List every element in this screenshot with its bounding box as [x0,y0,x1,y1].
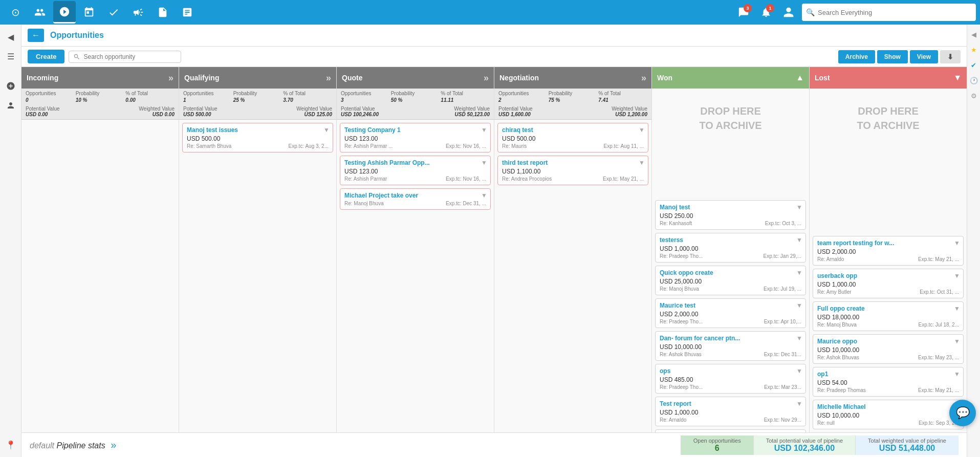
opportunities-nav-icon[interactable] [53,1,76,24]
global-search-box[interactable]: 🔍 [802,4,976,21]
show-button[interactable]: Show [877,50,908,63]
negotiation-cards: chiraq test USD 500.00 Re: Mauris Exp.tc… [494,120,651,432]
card-dan-forum[interactable]: Dan- forum for cancer ptn... USD 10,000.… [655,331,806,361]
message-badge: 3 [744,4,752,12]
card-michelle-michael[interactable]: Michelle Michael USD 10,000.00 Re: null … [813,400,964,429]
bottom-bar: default Pipeline stats » Open opportunit… [21,432,967,457]
card-testing-company-1[interactable]: Testing Company 1 USD 123.00 Re: Ashish … [340,123,491,153]
sidebar-back-icon[interactable]: ◀ [3,29,19,45]
view-button[interactable]: View [910,50,938,63]
opportunity-search-input[interactable] [83,53,177,60]
quote-expand-icon[interactable]: » [484,73,489,83]
incoming-expand-icon[interactable]: » [168,73,173,83]
opportunity-search-box[interactable] [69,51,181,63]
announcements-nav-icon[interactable] [127,1,149,24]
download-button[interactable]: ⬇ [940,50,961,63]
user-avatar[interactable] [779,3,798,21]
reports-nav-icon[interactable] [176,1,199,24]
right-sidebar-check-icon[interactable]: ✔ [968,59,979,71]
back-button[interactable]: ← [28,29,44,42]
card-chiraq-test[interactable]: chiraq test USD 500.00 Re: Mauris Exp.tc… [497,123,648,153]
global-search-input[interactable] [818,9,972,16]
card-arrow-icon: ▼ [796,269,802,276]
lost-drop-zone[interactable]: DROP HERETO ARCHIVE [810,89,967,233]
dashboard-nav-icon[interactable]: ⊙ [4,1,27,24]
qualifying-stats: Opportunities Probability % of Total 1 2… [179,89,336,105]
quote-stats: Opportunities Probability % of Total 3 5… [337,89,494,105]
card-test-report[interactable]: Test report USD 1,000.00 Re: Arnaldo Exp… [655,397,806,426]
card-arrow-icon: ▼ [481,159,487,166]
sidebar-location-icon[interactable]: 📍 [3,437,19,453]
col-title-lost: Lost [815,74,830,82]
create-button[interactable]: Create [28,50,64,63]
card-arrow-icon: ▼ [796,204,802,211]
left-sidebar: ◀ ☰ 📍 [0,25,21,457]
card-arrow-icon: ▼ [796,302,802,309]
sidebar-person-icon[interactable] [3,97,19,114]
toolbar: Create Archive Show View ⬇ [21,47,967,67]
card-manoj-test[interactable]: Manoj test USD 250.00 Re: Kanhasoft Exp.… [655,200,806,230]
kanban-col-qualifying: Qualifying » Opportunities Probability %… [179,67,337,432]
sidebar-add-icon[interactable] [3,78,19,94]
card-testerss[interactable]: testerss USD 1,000.00 Re: Pradeep Tho...… [655,233,806,263]
sidebar-menu-icon[interactable]: ☰ [3,48,19,64]
toolbar-right-buttons: Archive Show View ⬇ [838,50,961,63]
card-third-test-report[interactable]: third test report USD 1,100.00 Re: Andre… [497,156,648,185]
card-manoj-test-issues[interactable]: Manoj test issues USD 500.00 Re: Samarth… [182,123,333,153]
total-weighted-stat: Total weighted value of pipeline USD 51,… [855,436,959,455]
card-maurice-test[interactable]: Maurice test USD 2,000.00 Re: Pradeep Th… [655,298,806,328]
qualifying-cards: Manoj test issues USD 500.00 Re: Samarth… [179,120,336,432]
right-sidebar-settings-icon[interactable]: ⚙ [968,90,979,101]
col-header-quote: Quote » [337,67,494,89]
incoming-cards [21,120,179,432]
won-cards: Manoj test USD 250.00 Re: Kanhasoft Exp.… [652,197,809,432]
lost-drop-text: DROP HERETO ARCHIVE [857,104,919,133]
card-testing-ashish-parmar[interactable]: Testing Ashish Parmar Opp... USD 123.00 … [340,156,491,185]
won-drop-zone[interactable]: DROP HERETO ARCHIVE [652,89,809,197]
qualifying-expand-icon[interactable]: » [326,73,331,83]
card-arrow-icon: ▼ [796,335,802,342]
documents-nav-icon[interactable] [151,1,174,24]
bell-notification[interactable]: 1 [757,3,775,21]
col-header-won: Won ▲ [652,67,809,89]
col-title-incoming: Incoming [27,74,58,82]
col-title-won: Won [657,74,672,82]
card-ops[interactable]: ops USD 485.00 Re: Pradeep Tho... Exp.tc… [655,364,806,394]
pipeline-arrow-icon: » [111,439,116,450]
card-arrow-icon: ▼ [481,126,487,134]
card-team-report[interactable]: team report testing for w... USD 2,000.0… [813,236,964,266]
kanban-col-quote: Quote » Opportunities Probability % of T… [337,67,494,432]
col-header-negotiation: Negotiation » [494,67,651,89]
quote-cards: Testing Company 1 USD 123.00 Re: Ashish … [337,120,494,432]
right-sidebar-clock-icon[interactable]: 🕐 [968,75,979,86]
card-arrow-icon: ▼ [954,272,960,279]
card-maurice-oppo[interactable]: Maurice oppo USD 10,000.00 Re: Ashok Bhu… [813,334,964,364]
calendar-nav-icon[interactable] [78,1,100,24]
kanban-col-lost: Lost ▼ DROP HERETO ARCHIVE team report t… [810,67,967,432]
messages-notification[interactable]: 3 [734,3,753,21]
global-search-icon: 🔍 [806,8,815,16]
card-quick-oppo[interactable]: Quick oppo create USD 25,000.00 Re: Mano… [655,266,806,295]
qualifying-stats-row2: Potential Value USD 500.00 Weighted Valu… [179,105,336,120]
archive-button[interactable]: Archive [838,50,875,63]
card-op1-lost[interactable]: op1 USD 54.00 Re: Pradeep Thomas Exp.tc:… [813,367,964,397]
card-op1-won[interactable]: op1 USD 567.00 ▼ [655,429,806,432]
right-sidebar-star-icon[interactable]: ★ [968,44,979,55]
card-full-oppo-create[interactable]: Full oppo create USD 18,000.00 Re: Manoj… [813,301,964,331]
lost-down-icon[interactable]: ▼ [953,73,962,82]
card-userback-opp[interactable]: userback opp USD 1,000.00 Re: Amy Butler… [813,269,964,298]
users-nav-icon[interactable] [29,1,51,24]
incoming-stats: Opportunities Probability % of Total 0 1… [21,89,179,105]
negotiation-stats: Opportunities Probability % of Total 2 7… [494,89,651,105]
negotiation-expand-icon[interactable]: » [641,73,646,83]
arcade-chat-widget[interactable]: 💬 [949,400,976,426]
tasks-nav-icon[interactable] [102,1,125,24]
incoming-stats-row2: Potential Value USD 0.00 Weighted Value … [21,105,179,120]
kanban-board: Incoming » Opportunities Probability % o… [21,67,967,432]
kanban-container: Incoming » Opportunities Probability % o… [21,67,967,432]
col-header-lost: Lost ▼ [810,67,967,89]
won-up-icon[interactable]: ▲ [796,73,804,82]
right-sidebar-collapse-icon[interactable]: ◀ [968,29,979,40]
card-michael-project[interactable]: Michael Project take over Re: Manoj Bhuv… [340,188,491,210]
right-sidebar: ◀ ★ ✔ 🕐 ⚙ [967,25,980,457]
